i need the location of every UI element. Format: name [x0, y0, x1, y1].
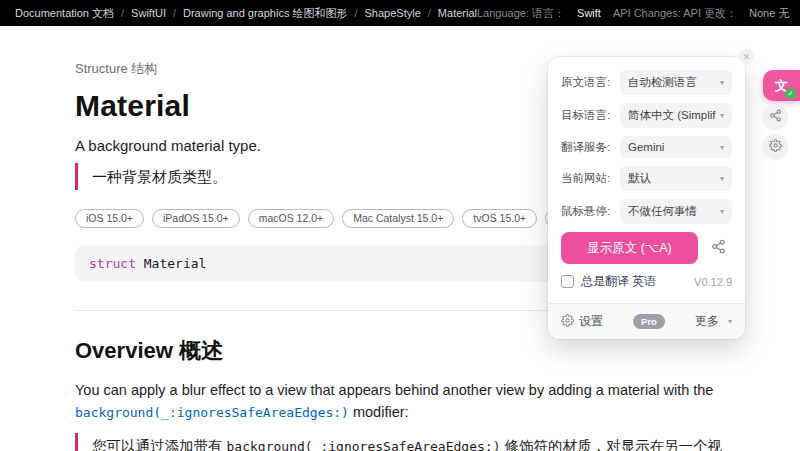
platform-badge: iOS 15.0+ [75, 209, 144, 228]
chevron-down-icon: ▾ [720, 143, 724, 152]
page-share-button[interactable] [762, 104, 788, 130]
breadcrumb: Documentation 文档 / SwiftUI / Drawing and… [15, 6, 477, 21]
field-current-site: 当前网站: 默认 ▾ [561, 166, 732, 191]
popup-footer: 设置 Pro 更多 ▾ [548, 303, 745, 339]
breadcrumb-swiftui[interactable]: SwiftUI [131, 7, 166, 19]
chevron-down-icon: ▾ [728, 317, 732, 326]
source-language-select[interactable]: 自动检测语言 ▾ [620, 70, 732, 95]
code-keyword: struct [89, 256, 144, 271]
breadcrumb-separator: / [428, 7, 431, 19]
api-changes-value: None 无 [749, 6, 789, 21]
breadcrumb-separator: / [173, 7, 176, 19]
share-button[interactable] [704, 234, 732, 262]
translate-popup: 原文语言: 自动检测语言 ▾ 目标语言: 简体中文 (Simplified ..… [548, 57, 745, 339]
breadcrumb-separator: / [354, 7, 357, 19]
top-navigation-bar: Documentation 文档 / SwiftUI / Drawing and… [0, 0, 800, 26]
source-language-label: 原文语言: [561, 75, 620, 90]
current-site-label: 当前网站: [561, 171, 620, 186]
background-modifier-link[interactable]: background(_:ignoresSafeAreaEdges:) [75, 405, 349, 420]
translate-service-label: 翻译服务: [561, 140, 620, 155]
version-text: V0.12.9 [694, 276, 732, 288]
always-translate-checkbox[interactable] [561, 275, 574, 288]
breadcrumb-separator: / [121, 7, 124, 19]
platform-badge: iPadOS 15.0+ [152, 209, 240, 228]
target-language-label: 目标语言: [561, 108, 620, 123]
api-changes-label: API Changes: API 更改： [613, 6, 737, 21]
platform-badge: tvOS 15.0+ [462, 209, 537, 228]
current-site-select[interactable]: 默认 ▾ [620, 166, 732, 191]
target-language-select[interactable]: 简体中文 (Simplified ... ▾ [620, 103, 732, 128]
always-translate-label[interactable]: 总是翻译 英语 [581, 273, 656, 290]
breadcrumb-material: Material [438, 7, 477, 19]
mouse-hover-select[interactable]: 不做任何事情 ▾ [620, 199, 732, 224]
field-source-language: 原文语言: 自动检测语言 ▾ [561, 70, 732, 95]
language-value[interactable]: Swift [577, 7, 601, 19]
language-label: Language: 语言： [477, 6, 565, 21]
platform-badge: Mac Catalyst 15.0+ [342, 209, 454, 228]
platform-badge: macOS 12.0+ [248, 209, 335, 228]
chevron-down-icon: ▾ [720, 111, 724, 120]
chevron-down-icon: ▾ [720, 207, 724, 216]
settings-button[interactable]: 设置 [561, 313, 603, 330]
overview-text-after: modifier: [349, 404, 409, 420]
field-target-language: 目标语言: 简体中文 (Simplified ... ▾ [561, 103, 732, 128]
overview-text: You can apply a blur effect to a view th… [75, 382, 713, 398]
always-translate-row: 总是翻译 英语 V0.12.9 [561, 273, 732, 290]
dismiss-floatball-button[interactable]: ✕ [739, 49, 754, 64]
translate-floatball-button[interactable]: 文 ✓ [763, 70, 800, 101]
more-button[interactable]: 更多 ▾ [695, 313, 732, 330]
breadcrumb-drawing-graphics[interactable]: Drawing and graphics 绘图和图形 [183, 6, 347, 21]
chevron-down-icon: ▾ [720, 78, 724, 87]
gear-icon [769, 138, 782, 156]
breadcrumb-documentation[interactable]: Documentation 文档 [15, 6, 114, 21]
translate-service-select[interactable]: Gemini ▾ [620, 136, 732, 158]
breadcrumb-shapestyle[interactable]: ShapeStyle [365, 7, 421, 19]
gear-icon [561, 314, 574, 330]
code-symbol-name: Material [144, 256, 207, 271]
inline-code: background(_:ignoresSafeAreaEdges:) [227, 439, 501, 451]
field-translate-service: 翻译服务: Gemini ▾ [561, 136, 732, 158]
mouse-hover-label: 鼠标悬停: [561, 204, 620, 219]
show-original-button[interactable]: 显示原文 (⌥A) [561, 232, 698, 264]
page-settings-button[interactable] [762, 134, 788, 160]
overview-heading: Overview 概述 [75, 336, 742, 366]
check-badge-icon: ✓ [785, 88, 796, 99]
pro-badge: Pro [633, 314, 665, 329]
field-mouse-hover: 鼠标悬停: 不做任何事情 ▾ [561, 199, 732, 224]
share-icon [769, 108, 782, 126]
share-icon [711, 239, 726, 257]
chevron-down-icon: ▾ [720, 174, 724, 183]
overview-translation-quote: 您可以通过添加带有 background(_:ignoresSafeAreaEd… [75, 433, 730, 451]
overview-paragraph: You can apply a blur effect to a view th… [75, 379, 730, 424]
topbar-meta: Language: 语言： Swift API Changes: API 更改：… [477, 6, 789, 21]
